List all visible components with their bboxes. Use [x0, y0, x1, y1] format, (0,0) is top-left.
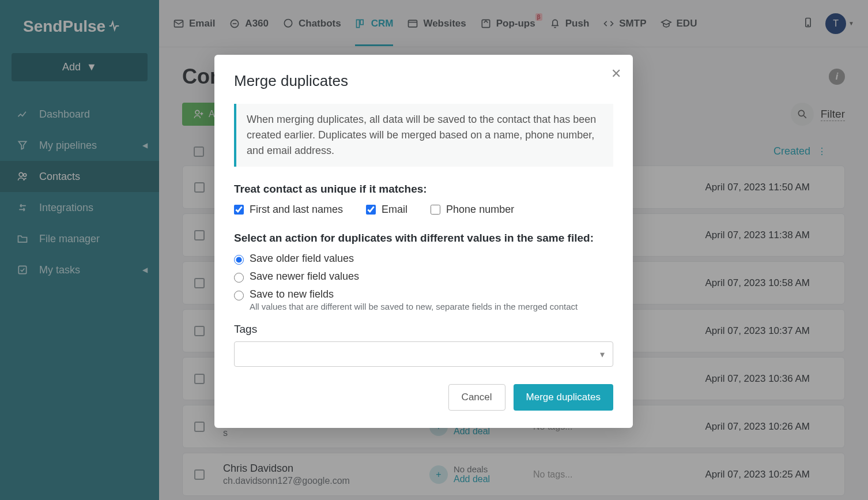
modal-info-banner: When merging duplicates, all data will b…: [234, 104, 613, 167]
radio-label: Save older field values: [250, 253, 354, 265]
radio-input[interactable]: [234, 255, 244, 265]
modal-title: Merge duplicates: [234, 72, 613, 90]
check-label: First and last names: [250, 204, 343, 216]
close-icon[interactable]: ✕: [611, 66, 621, 81]
action-label: Select an action for duplicates with dif…: [234, 232, 613, 245]
radio-option-1[interactable]: Save newer field values: [234, 270, 613, 283]
radio-label: Save newer field values: [250, 270, 359, 283]
tags-label: Tags: [234, 323, 613, 336]
radio-label: Save to new fields: [250, 288, 578, 300]
radio-input[interactable]: [234, 291, 244, 300]
cancel-button[interactable]: Cancel: [448, 384, 505, 411]
check-label: Email: [382, 204, 407, 216]
check-label: Phone number: [446, 204, 514, 216]
merge-button[interactable]: Merge duplicates: [514, 384, 613, 411]
checkbox-input[interactable]: [431, 205, 440, 215]
unique-check-2[interactable]: Phone number: [431, 204, 514, 216]
caret-down-icon: ▾: [600, 349, 605, 360]
radio-input[interactable]: [234, 273, 244, 283]
unique-check-1[interactable]: Email: [366, 204, 407, 216]
unique-check-0[interactable]: First and last names: [234, 204, 343, 216]
radio-option-2[interactable]: Save to new fieldsAll values that are di…: [234, 288, 613, 311]
merge-duplicates-modal: ✕ Merge duplicates When merging duplicat…: [214, 55, 633, 428]
radio-option-0[interactable]: Save older field values: [234, 253, 613, 265]
checkbox-input[interactable]: [234, 205, 244, 215]
checkbox-input[interactable]: [366, 205, 376, 215]
treat-unique-label: Treat contact as unique if it matches:: [234, 183, 613, 196]
radio-hint: All values that are different will be sa…: [250, 302, 578, 311]
tags-select[interactable]: ▾: [234, 341, 613, 367]
